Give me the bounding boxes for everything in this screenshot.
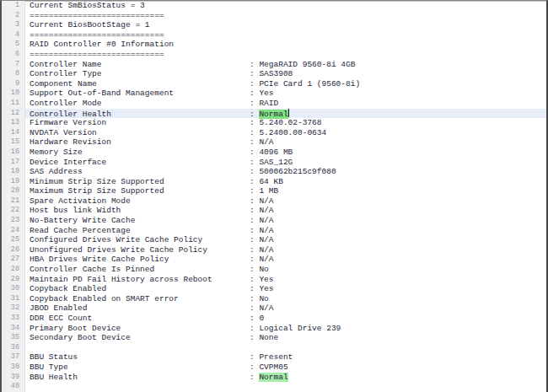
label-value-separator: : bbox=[250, 206, 259, 215]
line-number: 7 bbox=[2, 60, 25, 70]
text-line: 21Spare Activation Mode: N/A bbox=[2, 196, 546, 207]
text-line: 23No-Battery Write Cache: N/A bbox=[2, 216, 546, 226]
line-content: DDR ECC Count: 0 bbox=[25, 314, 546, 324]
field-value: 1 MB bbox=[259, 186, 278, 196]
line-content: ============================ bbox=[25, 30, 546, 40]
line-number: 20 bbox=[2, 186, 25, 196]
line-number: 36 bbox=[2, 343, 25, 353]
field-value: Yes bbox=[259, 284, 273, 293]
text-line: 7Controller Name: MegaRAID 9560-8i 4GB bbox=[2, 60, 546, 70]
line-content: Minimum Strip Size Supported: 64 KB bbox=[25, 177, 546, 187]
line-content: Controller Name: MegaRAID 9560-8i 4GB bbox=[25, 60, 546, 70]
text-line: 16Memory Size: 4096 MB bbox=[2, 148, 546, 158]
line-number: 32 bbox=[2, 303, 25, 314]
text-line: 12Controller Health: Normal bbox=[2, 109, 546, 119]
field-value: 4096 MB bbox=[259, 148, 293, 157]
line-content bbox=[25, 382, 546, 392]
text-line: 14NVDATA Version: 5.2400.00-0634 bbox=[2, 128, 546, 138]
line-content: Maximum Strip Size Supported: 1 MB bbox=[25, 186, 546, 196]
plain-text: Current BiosBootStage = 1 bbox=[30, 20, 150, 30]
line-content: Component Name: PCIe Card 1 (9560-8i) bbox=[25, 79, 546, 89]
plain-text: RAID Controller #0 Information bbox=[30, 40, 174, 49]
field-label: NVDATA Version bbox=[30, 128, 250, 138]
health-status-value: Normal bbox=[259, 110, 287, 119]
line-number: 28 bbox=[2, 265, 25, 275]
field-label: Device Interface bbox=[30, 158, 250, 168]
field-value: N/A bbox=[259, 137, 273, 147]
line-number: 22 bbox=[2, 206, 25, 216]
line-content: Current SmBiosStatus = 3 bbox=[25, 1, 546, 11]
line-number: 29 bbox=[2, 275, 25, 285]
label-value-separator: : bbox=[250, 99, 259, 108]
label-value-separator: : bbox=[250, 284, 259, 293]
line-content: BBU Health: Normal bbox=[25, 373, 546, 383]
plain-text: ============================ bbox=[30, 50, 164, 59]
field-label: HBA Drives Write Cache Policy bbox=[30, 255, 250, 265]
label-value-separator: : bbox=[250, 158, 259, 167]
line-content: Secondary Boot Device: None bbox=[25, 333, 546, 343]
field-value: None bbox=[259, 333, 278, 342]
line-number: 37 bbox=[2, 352, 25, 362]
field-value: SAS3908 bbox=[259, 69, 293, 78]
field-label: Configured Drives Write Cache Policy bbox=[30, 235, 250, 245]
plain-text: ============================ bbox=[30, 30, 164, 40]
label-value-separator: : bbox=[250, 167, 259, 176]
line-content: Hardware Revision: N/A bbox=[25, 137, 546, 148]
field-label: Component Name bbox=[30, 79, 250, 89]
line-number: 21 bbox=[2, 196, 25, 207]
text-caret bbox=[288, 109, 289, 117]
line-number: 17 bbox=[2, 158, 25, 168]
line-number: 1 bbox=[2, 1, 25, 11]
text-line: 11Controller Mode: RAID bbox=[2, 99, 546, 109]
line-content: Read Cache Percentage: N/A bbox=[25, 226, 546, 236]
field-label: BBU Health bbox=[30, 373, 250, 383]
field-value: PCIe Card 1 (9560-8i) bbox=[259, 79, 360, 89]
line-content: Memory Size: 4096 MB bbox=[25, 148, 546, 158]
line-content: Maintain PD Fail History across Reboot: … bbox=[25, 275, 546, 285]
label-value-separator: : bbox=[250, 60, 259, 69]
text-line: 31Copyback Enabled on SMART error: No bbox=[2, 294, 546, 304]
label-value-separator: : bbox=[250, 110, 259, 119]
line-number: 31 bbox=[2, 294, 25, 304]
label-value-separator: : bbox=[250, 362, 259, 372]
line-number: 27 bbox=[2, 255, 25, 265]
line-number: 38 bbox=[2, 362, 25, 373]
label-value-separator: : bbox=[250, 186, 259, 196]
line-content: Spare Activation Mode: N/A bbox=[25, 196, 546, 207]
line-number: 5 bbox=[2, 40, 25, 50]
line-number: 33 bbox=[2, 314, 25, 324]
text-line: 40 bbox=[2, 382, 546, 392]
label-value-separator: : bbox=[250, 79, 259, 89]
line-content: Configured Drives Write Cache Policy: N/… bbox=[25, 235, 546, 245]
log-text-viewer[interactable]: 1Current SmBiosStatus = 32==============… bbox=[0, 0, 548, 392]
field-label: BBU Type bbox=[30, 362, 250, 373]
field-label: Maximum Strip Size Supported bbox=[30, 186, 250, 196]
line-content: RAID Controller #0 Information bbox=[25, 40, 546, 50]
field-label: BBU Status bbox=[30, 352, 250, 362]
field-value: N/A bbox=[259, 206, 273, 215]
text-line: 36 bbox=[2, 343, 546, 353]
label-value-separator: : bbox=[250, 177, 259, 186]
field-value: SAS_12G bbox=[259, 158, 293, 167]
line-content: ============================ bbox=[25, 11, 546, 21]
label-value-separator: : bbox=[250, 69, 259, 78]
label-value-separator: : bbox=[250, 373, 259, 382]
text-line: 27HBA Drives Write Cache Policy: N/A bbox=[2, 255, 546, 265]
line-number: 6 bbox=[2, 50, 25, 60]
text-line: 35Secondary Boot Device: None bbox=[2, 333, 546, 343]
field-label: Memory Size bbox=[30, 148, 250, 158]
line-number: 10 bbox=[2, 89, 25, 99]
text-line: 33DDR ECC Count: 0 bbox=[2, 314, 546, 324]
plain-text: ============================ bbox=[30, 11, 164, 20]
field-value: 500062b215c9f080 bbox=[259, 167, 336, 176]
line-number: 8 bbox=[2, 69, 25, 79]
text-line: 1Current SmBiosStatus = 3 bbox=[2, 1, 546, 11]
field-value: N/A bbox=[259, 245, 273, 255]
field-value: N/A bbox=[259, 255, 273, 264]
field-value: Yes bbox=[259, 89, 273, 98]
field-label: Support Out-of-Band Management bbox=[30, 89, 250, 99]
line-number: 3 bbox=[2, 20, 25, 30]
field-value: N/A bbox=[259, 196, 273, 206]
label-value-separator: : bbox=[250, 294, 259, 303]
line-number: 23 bbox=[2, 216, 25, 226]
